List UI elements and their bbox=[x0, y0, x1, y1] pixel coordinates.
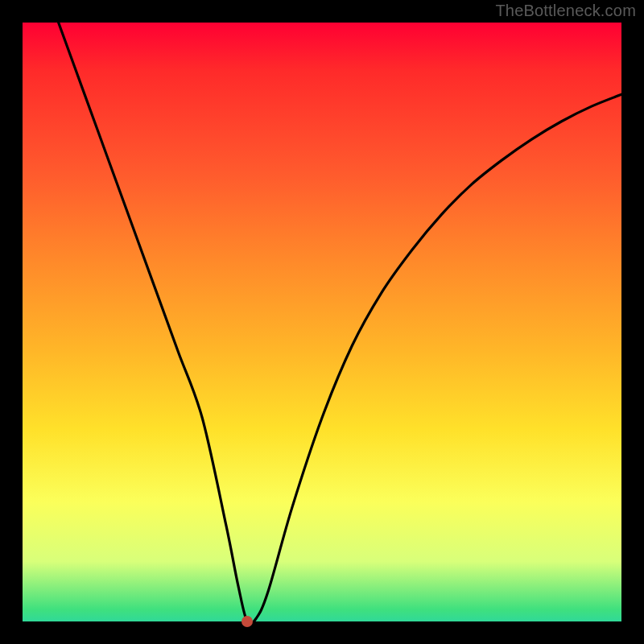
minimum-marker bbox=[242, 616, 253, 627]
bottleneck-curve bbox=[23, 23, 621, 621]
watermark-text: TheBottleneck.com bbox=[495, 2, 636, 20]
plot-area bbox=[23, 23, 621, 621]
curve-path bbox=[59, 23, 621, 621]
chart-frame: TheBottleneck.com bbox=[0, 0, 644, 644]
